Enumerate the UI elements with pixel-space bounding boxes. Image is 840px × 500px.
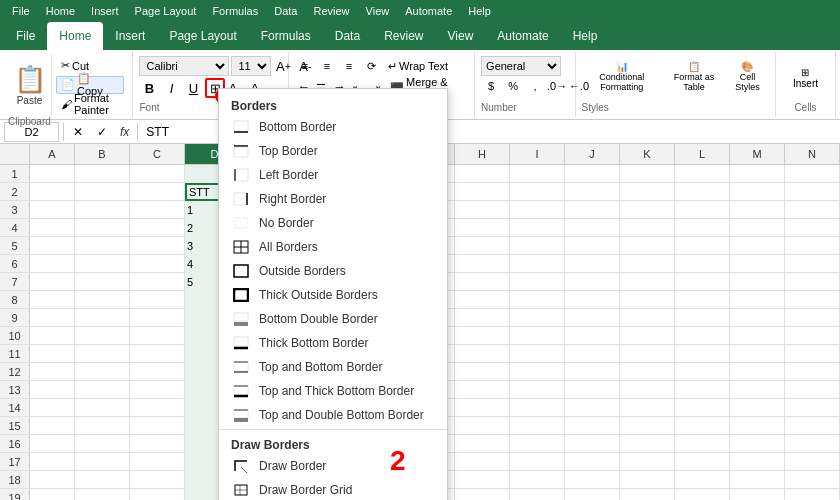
- cell-B3[interactable]: [75, 201, 130, 219]
- cell-H10[interactable]: [455, 327, 510, 345]
- cell-M7[interactable]: [730, 273, 785, 291]
- cell-N1[interactable]: [785, 165, 840, 183]
- cell-H16[interactable]: [455, 435, 510, 453]
- cell-B19[interactable]: [75, 489, 130, 500]
- tab-view[interactable]: View: [436, 22, 486, 50]
- cell-A5[interactable]: [30, 237, 75, 255]
- menu-view[interactable]: View: [358, 5, 398, 17]
- tab-data[interactable]: Data: [323, 22, 372, 50]
- cell-N15[interactable]: [785, 417, 840, 435]
- cell-C1[interactable]: [130, 165, 185, 183]
- cell-M15[interactable]: [730, 417, 785, 435]
- cell-L2[interactable]: [675, 183, 730, 201]
- cell-A13[interactable]: [30, 381, 75, 399]
- cell-K10[interactable]: [620, 327, 675, 345]
- cell-N19[interactable]: [785, 489, 840, 500]
- cell-A4[interactable]: [30, 219, 75, 237]
- row-number[interactable]: 4: [0, 219, 30, 236]
- cell-L5[interactable]: [675, 237, 730, 255]
- cell-H3[interactable]: [455, 201, 510, 219]
- cell-K16[interactable]: [620, 435, 675, 453]
- cell-I10[interactable]: [510, 327, 565, 345]
- cell-B14[interactable]: [75, 399, 130, 417]
- cell-J16[interactable]: [565, 435, 620, 453]
- cell-K1[interactable]: [620, 165, 675, 183]
- cell-M5[interactable]: [730, 237, 785, 255]
- cell-L14[interactable]: [675, 399, 730, 417]
- row-number[interactable]: 7: [0, 273, 30, 290]
- cell-M13[interactable]: [730, 381, 785, 399]
- cell-I4[interactable]: [510, 219, 565, 237]
- cell-K14[interactable]: [620, 399, 675, 417]
- cell-K15[interactable]: [620, 417, 675, 435]
- col-header-m[interactable]: M: [730, 144, 785, 164]
- cell-B8[interactable]: [75, 291, 130, 309]
- cell-L10[interactable]: [675, 327, 730, 345]
- cell-L11[interactable]: [675, 345, 730, 363]
- cell-M6[interactable]: [730, 255, 785, 273]
- row-number[interactable]: 19: [0, 489, 30, 500]
- cell-K3[interactable]: [620, 201, 675, 219]
- cell-I8[interactable]: [510, 291, 565, 309]
- cell-J3[interactable]: [565, 201, 620, 219]
- underline-button[interactable]: U: [183, 78, 203, 98]
- cell-A16[interactable]: [30, 435, 75, 453]
- cell-N10[interactable]: [785, 327, 840, 345]
- tab-review[interactable]: Review: [372, 22, 435, 50]
- cell-N6[interactable]: [785, 255, 840, 273]
- cell-C13[interactable]: [130, 381, 185, 399]
- menu-help[interactable]: Help: [460, 5, 499, 17]
- cell-A1[interactable]: [30, 165, 75, 183]
- wrap-text-button[interactable]: ↵ Wrap Text: [383, 57, 453, 75]
- insert-button[interactable]: ⊞ Insert: [788, 56, 823, 100]
- cell-C4[interactable]: [130, 219, 185, 237]
- cell-J2[interactable]: [565, 183, 620, 201]
- cell-H19[interactable]: [455, 489, 510, 500]
- cell-M16[interactable]: [730, 435, 785, 453]
- cell-A7[interactable]: [30, 273, 75, 291]
- cell-M19[interactable]: [730, 489, 785, 500]
- cell-J4[interactable]: [565, 219, 620, 237]
- cell-B6[interactable]: [75, 255, 130, 273]
- top-thick-bottom-item[interactable]: Top and Thick Bottom Border: [219, 379, 447, 403]
- cell-C17[interactable]: [130, 453, 185, 471]
- tab-automate[interactable]: Automate: [485, 22, 560, 50]
- cell-K4[interactable]: [620, 219, 675, 237]
- cell-J12[interactable]: [565, 363, 620, 381]
- align-top-left-button[interactable]: ≡: [295, 56, 315, 76]
- cell-M2[interactable]: [730, 183, 785, 201]
- row-number[interactable]: 9: [0, 309, 30, 326]
- cell-M1[interactable]: [730, 165, 785, 183]
- cell-L15[interactable]: [675, 417, 730, 435]
- cell-J8[interactable]: [565, 291, 620, 309]
- cell-C10[interactable]: [130, 327, 185, 345]
- col-header-h[interactable]: H: [455, 144, 510, 164]
- cell-L1[interactable]: [675, 165, 730, 183]
- cell-C5[interactable]: [130, 237, 185, 255]
- cell-A9[interactable]: [30, 309, 75, 327]
- cell-A11[interactable]: [30, 345, 75, 363]
- row-number[interactable]: 10: [0, 327, 30, 344]
- cell-C15[interactable]: [130, 417, 185, 435]
- cell-K6[interactable]: [620, 255, 675, 273]
- top-bottom-item[interactable]: Top and Bottom Border: [219, 355, 447, 379]
- tab-file[interactable]: File: [4, 22, 47, 50]
- cell-H4[interactable]: [455, 219, 510, 237]
- cell-J13[interactable]: [565, 381, 620, 399]
- row-number[interactable]: 6: [0, 255, 30, 272]
- col-header-b[interactable]: B: [75, 144, 130, 164]
- col-header-i[interactable]: I: [510, 144, 565, 164]
- paste-button[interactable]: 📋 Paste: [8, 54, 52, 115]
- format-as-table-button[interactable]: 📋 Format as Table: [664, 56, 724, 96]
- top-double-bottom-item[interactable]: Top and Double Bottom Border: [219, 403, 447, 427]
- cell-I13[interactable]: [510, 381, 565, 399]
- cell-K11[interactable]: [620, 345, 675, 363]
- cell-L9[interactable]: [675, 309, 730, 327]
- cell-B1[interactable]: [75, 165, 130, 183]
- bottom-double-item[interactable]: Bottom Double Border: [219, 307, 447, 331]
- cell-J18[interactable]: [565, 471, 620, 489]
- cell-C8[interactable]: [130, 291, 185, 309]
- formula-cancel-button[interactable]: ✕: [68, 122, 88, 142]
- cell-K17[interactable]: [620, 453, 675, 471]
- cell-K19[interactable]: [620, 489, 675, 500]
